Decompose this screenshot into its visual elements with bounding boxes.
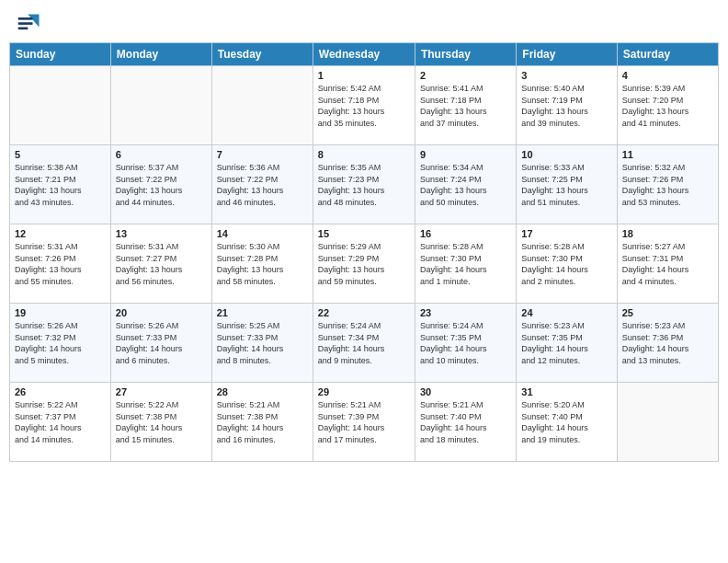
day-number: 24 — [521, 307, 611, 318]
calendar-cell: 12Sunrise: 5:31 AM Sunset: 7:26 PM Dayli… — [10, 224, 111, 304]
week-row-5: 26Sunrise: 5:22 AM Sunset: 7:37 PM Dayli… — [10, 383, 719, 462]
dow-header-tuesday: Tuesday — [211, 43, 313, 66]
calendar-cell: 1Sunrise: 5:42 AM Sunset: 7:18 PM Daylig… — [313, 66, 415, 145]
calendar-cell — [617, 383, 718, 462]
calendar-cell: 5Sunrise: 5:38 AM Sunset: 7:21 PM Daylig… — [10, 145, 111, 224]
calendar-cell: 29Sunrise: 5:21 AM Sunset: 7:39 PM Dayli… — [313, 383, 415, 462]
cell-content: Sunrise: 5:24 AM Sunset: 7:35 PM Dayligh… — [420, 320, 511, 366]
day-number: 15 — [318, 228, 410, 239]
calendar-cell: 18Sunrise: 5:27 AM Sunset: 7:31 PM Dayli… — [617, 224, 718, 304]
day-number: 6 — [116, 149, 207, 160]
day-number: 7 — [217, 149, 308, 160]
day-number: 27 — [116, 386, 207, 397]
day-number: 25 — [622, 307, 713, 318]
day-number: 8 — [318, 149, 410, 160]
svg-rect-3 — [18, 22, 33, 25]
day-number: 9 — [420, 149, 511, 160]
cell-content: Sunrise: 5:21 AM Sunset: 7:40 PM Dayligh… — [420, 399, 511, 445]
logo-icon — [17, 11, 42, 37]
cell-content: Sunrise: 5:21 AM Sunset: 7:39 PM Dayligh… — [318, 399, 410, 445]
calendar-cell: 28Sunrise: 5:21 AM Sunset: 7:38 PM Dayli… — [211, 383, 313, 462]
calendar-cell: 21Sunrise: 5:25 AM Sunset: 7:33 PM Dayli… — [211, 304, 313, 383]
svg-rect-2 — [18, 17, 33, 20]
calendar-body: 1Sunrise: 5:42 AM Sunset: 7:18 PM Daylig… — [10, 66, 719, 462]
cell-content: Sunrise: 5:26 AM Sunset: 7:33 PM Dayligh… — [116, 320, 207, 366]
cell-content: Sunrise: 5:21 AM Sunset: 7:38 PM Dayligh… — [217, 399, 308, 445]
calendar-cell: 11Sunrise: 5:32 AM Sunset: 7:26 PM Dayli… — [617, 145, 718, 224]
calendar-cell: 9Sunrise: 5:34 AM Sunset: 7:24 PM Daylig… — [415, 145, 516, 224]
day-number: 21 — [217, 307, 308, 318]
week-row-2: 5Sunrise: 5:38 AM Sunset: 7:21 PM Daylig… — [10, 145, 719, 224]
cell-content: Sunrise: 5:22 AM Sunset: 7:38 PM Dayligh… — [116, 399, 207, 445]
day-number: 13 — [116, 228, 207, 239]
day-number: 18 — [622, 228, 713, 239]
day-number: 28 — [217, 386, 308, 397]
day-number: 26 — [15, 386, 106, 397]
day-number: 31 — [521, 386, 611, 397]
cell-content: Sunrise: 5:28 AM Sunset: 7:30 PM Dayligh… — [521, 241, 611, 287]
cell-content: Sunrise: 5:26 AM Sunset: 7:32 PM Dayligh… — [15, 320, 106, 366]
day-number: 1 — [318, 70, 410, 81]
cell-content: Sunrise: 5:20 AM Sunset: 7:40 PM Dayligh… — [521, 399, 611, 445]
cell-content: Sunrise: 5:32 AM Sunset: 7:26 PM Dayligh… — [622, 162, 713, 208]
cell-content: Sunrise: 5:41 AM Sunset: 7:18 PM Dayligh… — [420, 83, 511, 129]
cell-content: Sunrise: 5:34 AM Sunset: 7:24 PM Dayligh… — [420, 162, 511, 208]
logo — [17, 11, 46, 37]
dow-header-friday: Friday — [517, 43, 617, 66]
calendar-cell: 16Sunrise: 5:28 AM Sunset: 7:30 PM Dayli… — [415, 224, 516, 304]
day-number: 30 — [420, 386, 511, 397]
cell-content: Sunrise: 5:40 AM Sunset: 7:19 PM Dayligh… — [521, 83, 611, 129]
day-number: 4 — [622, 70, 713, 81]
cell-content: Sunrise: 5:37 AM Sunset: 7:22 PM Dayligh… — [116, 162, 207, 208]
calendar-cell: 3Sunrise: 5:40 AM Sunset: 7:19 PM Daylig… — [517, 66, 617, 145]
calendar-cell: 23Sunrise: 5:24 AM Sunset: 7:35 PM Dayli… — [415, 304, 516, 383]
cell-content: Sunrise: 5:25 AM Sunset: 7:33 PM Dayligh… — [217, 320, 308, 366]
page-header — [0, 0, 728, 42]
cell-content: Sunrise: 5:35 AM Sunset: 7:23 PM Dayligh… — [318, 162, 410, 208]
day-of-week-header-row: SundayMondayTuesdayWednesdayThursdayFrid… — [10, 43, 719, 66]
cell-content: Sunrise: 5:36 AM Sunset: 7:22 PM Dayligh… — [217, 162, 308, 208]
calendar-cell — [10, 66, 111, 145]
day-number: 20 — [116, 307, 207, 318]
calendar-cell — [211, 66, 313, 145]
svg-rect-4 — [18, 28, 28, 30]
cell-content: Sunrise: 5:38 AM Sunset: 7:21 PM Dayligh… — [15, 162, 106, 208]
dow-header-thursday: Thursday — [415, 43, 516, 66]
cell-content: Sunrise: 5:42 AM Sunset: 7:18 PM Dayligh… — [318, 83, 410, 129]
week-row-4: 19Sunrise: 5:26 AM Sunset: 7:32 PM Dayli… — [10, 304, 719, 383]
cell-content: Sunrise: 5:39 AM Sunset: 7:20 PM Dayligh… — [622, 83, 713, 129]
calendar-cell: 10Sunrise: 5:33 AM Sunset: 7:25 PM Dayli… — [517, 145, 617, 224]
calendar-cell: 22Sunrise: 5:24 AM Sunset: 7:34 PM Dayli… — [313, 304, 415, 383]
cell-content: Sunrise: 5:23 AM Sunset: 7:35 PM Dayligh… — [521, 320, 611, 366]
day-number: 12 — [15, 228, 106, 239]
calendar-cell: 4Sunrise: 5:39 AM Sunset: 7:20 PM Daylig… — [617, 66, 718, 145]
cell-content: Sunrise: 5:28 AM Sunset: 7:30 PM Dayligh… — [420, 241, 511, 287]
calendar-cell: 17Sunrise: 5:28 AM Sunset: 7:30 PM Dayli… — [517, 224, 617, 304]
day-number: 22 — [318, 307, 410, 318]
cell-content: Sunrise: 5:31 AM Sunset: 7:26 PM Dayligh… — [15, 241, 106, 287]
cell-content: Sunrise: 5:30 AM Sunset: 7:28 PM Dayligh… — [217, 241, 308, 287]
week-row-1: 1Sunrise: 5:42 AM Sunset: 7:18 PM Daylig… — [10, 66, 719, 145]
calendar-cell: 2Sunrise: 5:41 AM Sunset: 7:18 PM Daylig… — [415, 66, 516, 145]
day-number: 2 — [420, 70, 511, 81]
dow-header-sunday: Sunday — [10, 43, 111, 66]
calendar-cell: 19Sunrise: 5:26 AM Sunset: 7:32 PM Dayli… — [10, 304, 111, 383]
cell-content: Sunrise: 5:22 AM Sunset: 7:37 PM Dayligh… — [15, 399, 106, 445]
svg-marker-1 — [28, 15, 39, 28]
day-number: 10 — [521, 149, 611, 160]
dow-header-saturday: Saturday — [617, 43, 718, 66]
cell-content: Sunrise: 5:29 AM Sunset: 7:29 PM Dayligh… — [318, 241, 410, 287]
cell-content: Sunrise: 5:31 AM Sunset: 7:27 PM Dayligh… — [116, 241, 207, 287]
day-number: 17 — [521, 228, 611, 239]
day-number: 23 — [420, 307, 511, 318]
calendar-cell — [110, 66, 211, 145]
day-number: 29 — [318, 386, 410, 397]
day-number: 19 — [15, 307, 106, 318]
calendar-cell: 13Sunrise: 5:31 AM Sunset: 7:27 PM Dayli… — [110, 224, 211, 304]
day-number: 11 — [622, 149, 713, 160]
calendar-cell: 7Sunrise: 5:36 AM Sunset: 7:22 PM Daylig… — [211, 145, 313, 224]
calendar-cell: 24Sunrise: 5:23 AM Sunset: 7:35 PM Dayli… — [517, 304, 617, 383]
cell-content: Sunrise: 5:23 AM Sunset: 7:36 PM Dayligh… — [622, 320, 713, 366]
calendar-cell: 30Sunrise: 5:21 AM Sunset: 7:40 PM Dayli… — [415, 383, 516, 462]
calendar-cell: 25Sunrise: 5:23 AM Sunset: 7:36 PM Dayli… — [617, 304, 718, 383]
